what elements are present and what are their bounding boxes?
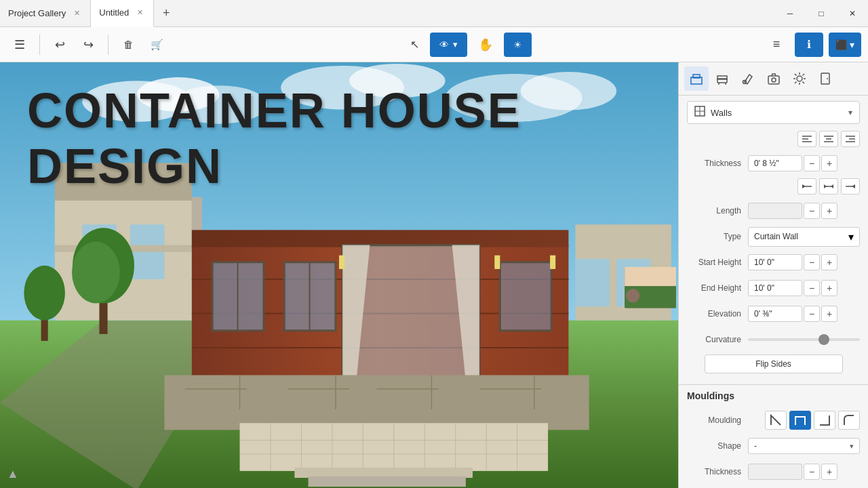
alignment-icons-row1 bbox=[687, 131, 860, 147]
undo-button[interactable]: ↩ bbox=[47, 32, 73, 58]
align-end-icon[interactable] bbox=[841, 178, 860, 195]
camera-panel-icon[interactable] bbox=[762, 66, 786, 91]
moulding-style-3-button[interactable] bbox=[814, 411, 835, 430]
flip-sides-label: Flip Sides bbox=[755, 359, 791, 369]
svg-rect-68 bbox=[625, 267, 676, 286]
curvature-slider[interactable] bbox=[748, 338, 860, 341]
svg-point-20 bbox=[24, 266, 65, 321]
start-height-decrease-button[interactable]: − bbox=[804, 254, 820, 270]
redo-button[interactable]: ↪ bbox=[75, 32, 101, 58]
tab-close-untitled[interactable]: ✕ bbox=[134, 7, 145, 18]
start-height-label: Start Height bbox=[687, 258, 748, 267]
shape-dropdown[interactable]: - ▾ bbox=[748, 438, 860, 454]
end-height-label: End Height bbox=[687, 283, 748, 293]
moulding-style-1-button[interactable] bbox=[765, 411, 787, 430]
svg-line-85 bbox=[795, 74, 797, 76]
moulding-label: Moulding bbox=[687, 415, 748, 425]
close-button[interactable]: ✕ bbox=[837, 0, 868, 27]
wall-icon bbox=[694, 106, 705, 119]
type-value: Curtain Wall bbox=[754, 232, 846, 241]
thickness-input[interactable] bbox=[748, 155, 802, 171]
moulding-thickness-increase-button[interactable]: + bbox=[821, 464, 837, 480]
add-tab-button[interactable]: + bbox=[154, 0, 178, 27]
elevation-row: Elevation − + bbox=[687, 303, 860, 325]
svg-rect-40 bbox=[550, 256, 555, 269]
light-panel-icon[interactable] bbox=[787, 66, 812, 91]
maximize-button[interactable]: □ bbox=[806, 0, 837, 27]
svg-line-88 bbox=[795, 82, 797, 84]
elevation-label: Elevation bbox=[687, 309, 748, 319]
start-height-input[interactable] bbox=[748, 254, 802, 270]
toolbar: ☰ ↩ ↪ 🗑 🛒 ↖ 👁 ▾ ✋ ☀ ≡ ℹ ⬛ ▾ bbox=[0, 27, 868, 62]
svg-line-87 bbox=[803, 74, 805, 76]
menu-toggle-button[interactable]: ☰ bbox=[7, 32, 33, 58]
view-3d-right-button[interactable]: ⬛ ▾ bbox=[829, 33, 861, 57]
walls-dropdown[interactable]: Walls ▾ bbox=[687, 101, 860, 124]
cart-button[interactable]: 🛒 bbox=[144, 32, 170, 58]
select-tool-button[interactable]: ↖ bbox=[401, 32, 427, 58]
main-content: CONTAINER HOUSE DESIGN ▲ bbox=[0, 62, 868, 488]
thickness-decrease-button[interactable]: − bbox=[804, 155, 820, 171]
align-start-icon[interactable] bbox=[797, 178, 816, 195]
flip-sides-button[interactable]: Flip Sides bbox=[705, 354, 843, 373]
moulding-thickness-input[interactable] bbox=[748, 464, 802, 480]
build-panel-icon[interactable] bbox=[684, 66, 709, 91]
door-panel-icon[interactable] bbox=[813, 66, 837, 91]
svg-marker-107 bbox=[831, 184, 833, 188]
cube-icon: ⬛ bbox=[835, 39, 847, 50]
align-center-icon[interactable] bbox=[819, 131, 838, 147]
tab-label-untitled: Untitled bbox=[99, 7, 129, 18]
walls-label: Walls bbox=[711, 108, 843, 118]
align-left-icon[interactable] bbox=[797, 131, 816, 147]
info-button[interactable]: ℹ bbox=[795, 33, 823, 57]
length-input[interactable] bbox=[748, 203, 802, 219]
sun-tool-button[interactable]: ☀ bbox=[504, 33, 532, 57]
expand-button[interactable]: ▲ bbox=[7, 467, 19, 481]
thickness-label: Thickness bbox=[687, 159, 748, 168]
paint-panel-icon[interactable] bbox=[736, 66, 760, 91]
svg-marker-104 bbox=[802, 184, 806, 188]
thickness-increase-button[interactable]: + bbox=[821, 155, 837, 171]
chevron-down-icon: ▾ bbox=[848, 108, 852, 117]
moulding-thickness-label: Thickness bbox=[687, 467, 748, 476]
chevron-down-icon: ▾ bbox=[850, 442, 854, 451]
curvature-row: Curvature bbox=[687, 329, 860, 350]
type-label: Type bbox=[687, 232, 748, 241]
elevation-increase-button[interactable]: + bbox=[821, 306, 837, 322]
end-height-input[interactable] bbox=[748, 280, 802, 296]
library-button[interactable]: ≡ bbox=[764, 32, 789, 58]
furniture-panel-icon[interactable] bbox=[710, 66, 734, 91]
svg-point-80 bbox=[797, 76, 802, 81]
align-right-icon[interactable] bbox=[841, 131, 860, 147]
moulding-style-4-button[interactable] bbox=[838, 411, 860, 430]
end-height-increase-button[interactable]: + bbox=[821, 280, 837, 296]
view-3d-button[interactable]: 👁 ▾ bbox=[430, 33, 467, 57]
tab-close-project-gallery[interactable]: ✕ bbox=[71, 8, 82, 19]
moulding-thickness-decrease-button[interactable]: − bbox=[804, 464, 820, 480]
view-3d-label: ▾ bbox=[453, 39, 458, 49]
start-height-controls: − + bbox=[748, 254, 837, 270]
delete-button[interactable]: 🗑 bbox=[115, 32, 141, 58]
svg-rect-38 bbox=[339, 256, 344, 269]
svg-point-18 bbox=[72, 242, 120, 304]
length-decrease-button[interactable]: − bbox=[804, 203, 820, 219]
shape-row: Shape - ▾ bbox=[687, 435, 860, 457]
elevation-input[interactable] bbox=[748, 306, 802, 322]
length-increase-button[interactable]: + bbox=[821, 203, 837, 219]
moulding-style-2-button[interactable] bbox=[789, 411, 811, 430]
alignment-icons-row2 bbox=[687, 178, 860, 195]
hand-tool-button[interactable]: ✋ bbox=[473, 32, 498, 58]
svg-rect-89 bbox=[821, 73, 829, 84]
elevation-decrease-button[interactable]: − bbox=[804, 306, 820, 322]
end-height-decrease-button[interactable]: − bbox=[804, 280, 820, 296]
tab-untitled[interactable]: Untitled ✕ bbox=[91, 0, 154, 27]
type-dropdown[interactable]: Curtain Wall ▾ bbox=[748, 227, 860, 247]
start-height-increase-button[interactable]: + bbox=[821, 254, 837, 270]
align-both-icon[interactable] bbox=[819, 178, 838, 195]
svg-rect-78 bbox=[768, 76, 779, 84]
tab-project-gallery[interactable]: Project Gallery ✕ bbox=[0, 0, 91, 27]
minimize-button[interactable]: ─ bbox=[774, 0, 806, 27]
viewport[interactable]: CONTAINER HOUSE DESIGN ▲ bbox=[0, 62, 678, 488]
panel-section-walls: Walls ▾ Thickness − bbox=[679, 96, 868, 384]
svg-point-90 bbox=[827, 78, 828, 79]
